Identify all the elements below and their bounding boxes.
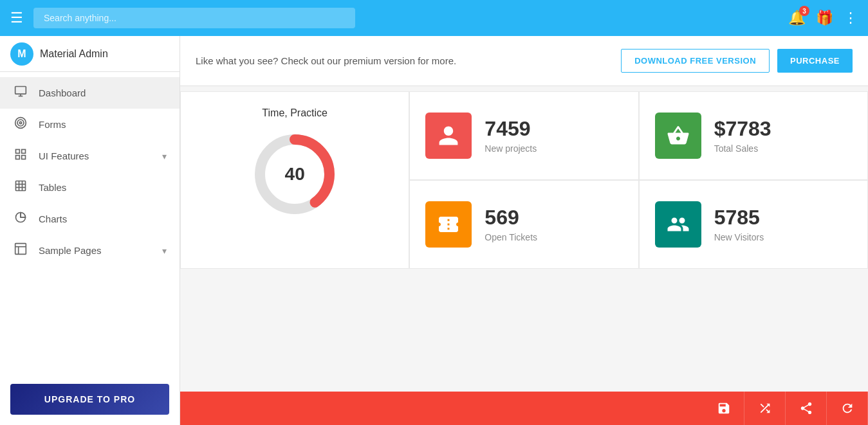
- sidebar-nav: Dashboard Forms UI Features: [0, 72, 180, 376]
- bottom-toolbar: [180, 392, 868, 425]
- svg-rect-0: [15, 87, 26, 95]
- menu-icon[interactable]: ☰: [10, 10, 23, 26]
- monitor-icon: [13, 85, 28, 101]
- upgrade-to-pro-button[interactable]: UPGRADE TO PRO: [10, 384, 169, 415]
- donut-value: 40: [285, 164, 305, 185]
- sidebar-item-forms-label: Forms: [39, 119, 167, 130]
- target-icon: [13, 116, 28, 132]
- person-icon: [437, 124, 460, 147]
- save-toolbar-button[interactable]: [703, 392, 744, 425]
- promo-banner: Like what you see? Check out our premium…: [180, 36, 868, 86]
- chevron-down-icon-2: ▾: [162, 246, 167, 256]
- layout-icon: [13, 242, 28, 258]
- donut-chart-card: Time, Practice 40: [180, 91, 409, 269]
- main-content: Like what you see? Check out our premium…: [180, 36, 868, 425]
- promo-text: Like what you see? Check out our premium…: [196, 55, 621, 66]
- stat-label-visitors: New Visitors: [714, 232, 764, 242]
- sidebar-item-charts-label: Charts: [39, 213, 167, 224]
- sidebar-item-dashboard-label: Dashboard: [39, 87, 167, 98]
- brand-name: Material Admin: [40, 48, 108, 60]
- stat-number-projects: 7459: [485, 118, 537, 140]
- sidebar-item-tables-label: Tables: [39, 182, 167, 193]
- brand-avatar: M: [10, 42, 33, 66]
- stat-label-projects: New projects: [485, 143, 537, 154]
- svg-point-4: [17, 120, 24, 126]
- layout: M Material Admin Dashboard: [0, 36, 868, 425]
- stat-card-visitors: 5785 New Visitors: [639, 180, 868, 269]
- svg-rect-7: [22, 150, 26, 154]
- brand: M Material Admin: [0, 36, 180, 72]
- app-header: ☰ 🔔 3 🎁 ⋮: [0, 0, 868, 36]
- gift-button[interactable]: 🎁: [816, 10, 833, 26]
- ticket-icon: [437, 213, 460, 236]
- basket-icon: [667, 124, 690, 147]
- sidebar-item-sample-pages[interactable]: Sample Pages ▾: [0, 235, 180, 266]
- sidebar-item-forms[interactable]: Forms: [0, 109, 180, 140]
- stat-info-tickets: 569 Open Tickets: [485, 206, 537, 242]
- stat-card-tickets: 569 Open Tickets: [409, 180, 638, 269]
- sales-icon-box: [655, 113, 701, 159]
- chevron-down-icon: ▾: [162, 151, 167, 161]
- visitors-icon-box: [655, 201, 701, 248]
- sidebar: M Material Admin Dashboard: [0, 36, 180, 425]
- notifications-button[interactable]: 🔔 3: [788, 10, 806, 26]
- svg-rect-6: [16, 150, 20, 154]
- sidebar-item-ui-features-label: UI Features: [39, 150, 162, 161]
- stat-number-tickets: 569: [485, 206, 537, 229]
- projects-icon-box: [425, 113, 472, 159]
- refresh-toolbar-button[interactable]: [827, 392, 868, 425]
- download-free-version-button[interactable]: DOWNLOAD FREE VERSION: [621, 49, 770, 73]
- sidebar-item-dashboard[interactable]: Dashboard: [0, 77, 180, 109]
- promo-actions: DOWNLOAD FREE VERSION PURCHASE: [621, 49, 853, 73]
- shuffle-toolbar-button[interactable]: [744, 392, 786, 425]
- tickets-icon-box: [425, 201, 472, 248]
- svg-rect-15: [15, 244, 26, 255]
- header-actions: 🔔 3 🎁 ⋮: [788, 10, 858, 26]
- table-icon: [13, 179, 28, 195]
- stat-card-projects: 7459 New projects: [409, 91, 638, 180]
- donut-chart: 40: [250, 129, 340, 219]
- sidebar-item-tables[interactable]: Tables: [0, 172, 180, 203]
- stat-info-sales: $7783 Total Sales: [714, 118, 771, 153]
- notification-badge: 3: [799, 6, 809, 16]
- stat-info-projects: 7459 New projects: [485, 118, 537, 153]
- svg-rect-10: [16, 181, 26, 191]
- stats-grid: 7459 New projects $7783 Total Sales Ti: [180, 91, 868, 269]
- svg-point-5: [19, 122, 21, 123]
- purchase-button[interactable]: PURCHASE: [777, 49, 853, 73]
- stat-label-sales: Total Sales: [714, 143, 771, 154]
- pie-chart-icon: [13, 211, 28, 227]
- stat-number-visitors: 5785: [714, 206, 764, 229]
- svg-rect-8: [16, 156, 20, 159]
- grid-icon: [13, 148, 28, 164]
- sidebar-item-sample-pages-label: Sample Pages: [39, 245, 162, 256]
- stat-card-sales: $7783 Total Sales: [639, 91, 868, 180]
- people-icon: [667, 213, 690, 236]
- more-options-button[interactable]: ⋮: [844, 10, 858, 26]
- stat-label-tickets: Open Tickets: [485, 232, 537, 242]
- stat-info-visitors: 5785 New Visitors: [714, 206, 764, 242]
- stat-number-sales: $7783: [714, 118, 771, 140]
- donut-title: Time, Practice: [262, 107, 328, 119]
- sidebar-item-charts[interactable]: Charts: [0, 203, 180, 235]
- search-input[interactable]: [33, 8, 355, 28]
- sidebar-item-ui-features[interactable]: UI Features ▾: [0, 140, 180, 172]
- svg-rect-9: [22, 156, 26, 159]
- share-toolbar-button[interactable]: [786, 392, 827, 425]
